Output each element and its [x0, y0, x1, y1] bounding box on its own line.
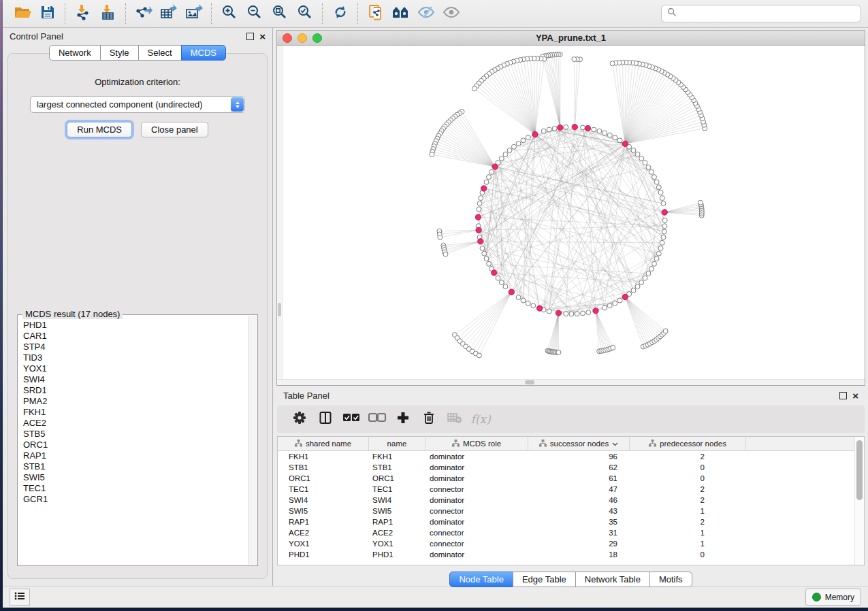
- cell-name[interactable]: ORC1: [368, 474, 424, 482]
- column-header-successor-nodes[interactable]: successor nodes: [528, 437, 630, 450]
- zoom-selected-button[interactable]: [292, 3, 317, 24]
- add-column-button[interactable]: [390, 409, 416, 429]
- cell-shared-name[interactable]: RAP1: [278, 518, 368, 526]
- table-row[interactable]: TEC1TEC1connector472: [278, 484, 864, 495]
- table-settings-button[interactable]: [287, 409, 312, 429]
- network-canvas[interactable]: [277, 46, 865, 379]
- cell-name[interactable]: STB1: [368, 463, 424, 472]
- cell-mcds-role[interactable]: dominator: [424, 496, 526, 504]
- hide-selected-button[interactable]: [413, 3, 438, 24]
- column-header-predecessor-nodes[interactable]: predecessor nodes: [630, 437, 746, 450]
- mcds-result-item[interactable]: SRD1: [23, 385, 248, 396]
- export-table-button[interactable]: [156, 3, 181, 24]
- mcds-result-item[interactable]: PHD1: [23, 320, 248, 331]
- mcds-result-item[interactable]: RAP1: [23, 450, 248, 461]
- cell-mcds-role[interactable]: dominator: [424, 550, 526, 559]
- table-row[interactable]: SWI5SWI5connector431: [278, 506, 864, 516]
- mcds-result-item[interactable]: ACE2: [23, 418, 248, 429]
- cell-predecessor-nodes[interactable]: 2: [627, 452, 743, 461]
- import-table-button[interactable]: [95, 3, 120, 24]
- export-image-button[interactable]: [181, 3, 206, 24]
- delete-column-button[interactable]: [416, 409, 442, 429]
- deselect-all-rows-button[interactable]: [364, 409, 390, 429]
- tab-select[interactable]: Select: [138, 45, 182, 61]
- zoom-out-button[interactable]: [242, 3, 267, 24]
- cell-shared-name[interactable]: YOX1: [278, 540, 368, 548]
- cell-mcds-role[interactable]: connector: [424, 507, 526, 515]
- cell-successor-nodes[interactable]: 43: [526, 507, 627, 515]
- cell-successor-nodes[interactable]: 18: [526, 550, 627, 559]
- mcds-result-item[interactable]: ORC1: [23, 440, 248, 450]
- cell-predecessor-nodes[interactable]: 0: [627, 550, 743, 559]
- mcds-result-item[interactable]: GCR1: [23, 494, 248, 505]
- mcds-result-item[interactable]: CAR1: [23, 331, 248, 342]
- cell-successor-nodes[interactable]: 31: [526, 529, 627, 537]
- close-panel-icon[interactable]: ×: [259, 31, 266, 42]
- cell-successor-nodes[interactable]: 96: [526, 452, 627, 461]
- cell-predecessor-nodes[interactable]: 1: [627, 529, 743, 537]
- network-vertical-scrollbar[interactable]: [277, 46, 283, 379]
- table-row[interactable]: YOX1YOX1connector291: [278, 538, 864, 549]
- search-input[interactable]: [681, 8, 855, 19]
- cell-shared-name[interactable]: PHD1: [278, 550, 368, 559]
- cell-shared-name[interactable]: ORC1: [278, 474, 368, 482]
- zoom-in-button[interactable]: [216, 3, 242, 24]
- column-header-mcds-role[interactable]: MCDS role: [425, 437, 528, 450]
- cell-name[interactable]: SWI4: [368, 496, 424, 504]
- close-panel-button[interactable]: Close panel: [141, 122, 208, 137]
- cell-name[interactable]: TEC1: [368, 485, 424, 493]
- table-row[interactable]: STB1STB1dominator620: [278, 462, 864, 473]
- mcds-result-item[interactable]: TID3: [23, 352, 248, 363]
- cell-mcds-role[interactable]: dominator: [424, 463, 526, 472]
- cell-shared-name[interactable]: SWI5: [278, 507, 368, 515]
- cell-predecessor-nodes[interactable]: 1: [627, 540, 743, 548]
- search-box[interactable]: [661, 5, 861, 22]
- cell-mcds-role[interactable]: connector: [424, 485, 526, 493]
- network-horizontal-scrollbar[interactable]: [277, 379, 865, 385]
- cell-successor-nodes[interactable]: 47: [526, 485, 627, 493]
- mcds-result-item[interactable]: YOX1: [23, 363, 248, 374]
- cell-shared-name[interactable]: TEC1: [278, 485, 368, 493]
- cell-mcds-role[interactable]: connector: [424, 540, 526, 548]
- table-vertical-scrollbar[interactable]: [854, 437, 864, 565]
- zoom-fit-button[interactable]: [267, 3, 292, 24]
- column-header-shared-name[interactable]: shared name: [278, 437, 369, 450]
- mcds-result-item[interactable]: SWI5: [23, 472, 248, 483]
- cell-mcds-role[interactable]: dominator: [424, 452, 526, 461]
- task-history-button[interactable]: [10, 589, 30, 606]
- show-columns-button[interactable]: [312, 409, 338, 429]
- cell-name[interactable]: FKH1: [368, 452, 424, 461]
- tab-network-table[interactable]: Network Table: [575, 572, 650, 587]
- first-neighbors-button[interactable]: [388, 3, 413, 24]
- cell-predecessor-nodes[interactable]: 1: [627, 507, 743, 515]
- duplicate-network-button[interactable]: [363, 3, 388, 24]
- cell-shared-name[interactable]: SWI4: [278, 496, 368, 504]
- column-header-name[interactable]: name: [369, 437, 425, 450]
- tab-mcds[interactable]: MCDS: [181, 45, 226, 61]
- cell-predecessor-nodes[interactable]: 2: [627, 485, 743, 493]
- open-file-button[interactable]: [10, 3, 35, 24]
- tab-network[interactable]: Network: [49, 45, 101, 61]
- show-all-button[interactable]: [438, 3, 464, 24]
- cell-shared-name[interactable]: ACE2: [278, 529, 368, 537]
- mcds-result-item[interactable]: FKH1: [23, 407, 248, 418]
- network-window-titlebar[interactable]: YPA_prune.txt_1: [277, 31, 865, 46]
- mcds-result-item[interactable]: STP4: [23, 342, 248, 352]
- float-panel-icon[interactable]: [839, 392, 847, 399]
- cell-predecessor-nodes[interactable]: 0: [627, 463, 743, 472]
- memory-button[interactable]: Memory: [805, 589, 861, 606]
- run-mcds-button[interactable]: Run MCDS: [67, 122, 132, 137]
- cell-predecessor-nodes[interactable]: 2: [627, 518, 743, 526]
- cell-successor-nodes[interactable]: 29: [526, 540, 627, 548]
- cell-predecessor-nodes[interactable]: 0: [627, 474, 743, 482]
- cell-name[interactable]: ACE2: [368, 529, 424, 537]
- cell-name[interactable]: SWI5: [368, 507, 424, 515]
- tab-style[interactable]: Style: [100, 45, 139, 61]
- select-all-rows-button[interactable]: [338, 409, 364, 429]
- cell-shared-name[interactable]: STB1: [278, 463, 368, 472]
- cell-successor-nodes[interactable]: 46: [526, 496, 627, 504]
- cell-successor-nodes[interactable]: 35: [526, 518, 627, 526]
- cell-mcds-role[interactable]: connector: [424, 529, 526, 537]
- import-network-button[interactable]: [70, 3, 95, 24]
- mcds-result-item[interactable]: PMA2: [23, 396, 248, 407]
